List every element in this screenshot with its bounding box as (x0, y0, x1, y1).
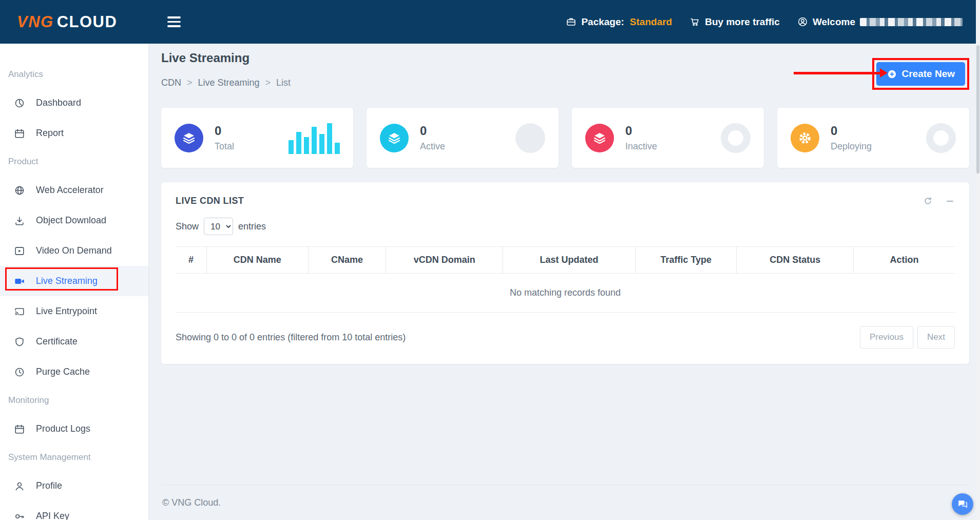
stat-label-deploying: Deploying (831, 141, 872, 152)
sidebar-item-label: Video On Demand (36, 245, 112, 256)
footer: © VNG Cloud. (161, 485, 969, 520)
sidebar-item-label: Web Accelerator (36, 185, 104, 196)
video-camera-icon (14, 276, 25, 287)
scrollbar-thumb[interactable] (976, 45, 979, 174)
video-play-icon (14, 245, 25, 257)
sidebar-item-live-entrypoint[interactable]: Live Entrypoint (0, 296, 148, 326)
top-navbar: VNGCLOUD Package: Standard Buy more traf… (0, 0, 980, 44)
pie-chart-icon (14, 98, 25, 109)
copyright-text: © VNG Cloud. (162, 497, 221, 508)
sidebar-item-certificate[interactable]: Certificate (0, 326, 148, 357)
welcome-label: Welcome (813, 16, 855, 28)
main-content: Live Streaming CDN > Live Streaming > Li… (148, 0, 980, 520)
sidebar-item-web-accelerator[interactable]: Web Accelerator (0, 175, 148, 205)
placeholder-ring (721, 123, 751, 153)
next-page-button[interactable]: Next (917, 326, 955, 349)
refresh-icon[interactable] (923, 196, 933, 206)
sidebar-item-video-on-demand[interactable]: Video On Demand (0, 236, 148, 266)
previous-page-button[interactable]: Previous (860, 326, 913, 349)
sidebar-item-label: API Key (36, 511, 69, 520)
sidebar-item-label: Report (36, 128, 64, 139)
breadcrumb-separator: > (187, 78, 193, 88)
annotation-arrow (794, 72, 880, 74)
column-header-cname[interactable]: CName (308, 247, 386, 274)
stat-card-total: 0 Total (161, 108, 353, 168)
breadcrumb: CDN > Live Streaming > List (161, 78, 291, 88)
list-title: LIVE CDN LIST (176, 196, 244, 206)
breadcrumb-cdn[interactable]: CDN (161, 78, 181, 88)
pagination: Previous Next (860, 326, 955, 349)
layers-icon (175, 124, 203, 152)
create-new-label: Create New (902, 68, 955, 80)
sidebar-item-label: Live Streaming (36, 276, 98, 286)
stat-value-active: 0 (420, 124, 445, 138)
chat-icon (957, 498, 968, 510)
sidebar-section-system-management: System Management (0, 444, 148, 471)
live-cdn-list-card: LIVE CDN LIST Show 10 entries (161, 182, 969, 364)
sidebar-item-report[interactable]: Report (0, 118, 148, 148)
browser-scrollbar[interactable] (976, 0, 980, 520)
sidebar-item-api-key[interactable]: API Key (0, 501, 148, 520)
user-icon (14, 480, 25, 492)
column-header-index[interactable]: # (176, 247, 207, 274)
entries-label: entries (238, 221, 266, 232)
page-size-select[interactable]: 10 (204, 218, 233, 235)
sidebar-item-purge-cache[interactable]: Purge Cache (0, 357, 148, 387)
sidebar-item-label: Live Entrypoint (36, 306, 97, 317)
sidebar-item-profile[interactable]: Profile (0, 471, 148, 501)
stat-card-deploying: 0 Deploying (777, 108, 969, 168)
sidebar-item-label: Object Download (36, 215, 106, 226)
sidebar-item-label: Purge Cache (36, 367, 90, 377)
stat-card-active: 0 Active (367, 108, 559, 168)
shield-icon (14, 336, 25, 348)
stat-label-inactive: Inactive (625, 141, 657, 152)
plus-circle-icon (887, 69, 897, 80)
buy-more-traffic-link[interactable]: Buy more traffic (689, 16, 780, 28)
sidebar-item-object-download[interactable]: Object Download (0, 205, 148, 236)
stat-value-inactive: 0 (625, 124, 657, 138)
user-menu[interactable]: Welcome (797, 16, 963, 28)
sidebar-item-label: Certificate (36, 336, 78, 347)
package-indicator: Package: Standard (566, 16, 672, 28)
history-icon (14, 367, 25, 378)
briefcase-icon (566, 16, 577, 27)
placeholder-ring (926, 123, 956, 153)
column-header-traffic-type[interactable]: Traffic Type (636, 247, 737, 274)
download-icon (14, 215, 25, 226)
create-new-button[interactable]: Create New (876, 62, 966, 86)
column-header-action[interactable]: Action (854, 247, 955, 274)
key-icon (14, 511, 25, 520)
page-header: Live Streaming CDN > Live Streaming > Li… (161, 44, 969, 88)
breadcrumb-current: List (276, 78, 291, 88)
sidebar-item-live-streaming[interactable]: Live Streaming (0, 266, 148, 296)
page-title: Live Streaming (161, 51, 291, 65)
cart-icon (689, 16, 700, 27)
collapse-icon[interactable] (945, 196, 955, 206)
chat-bubble-button[interactable] (952, 493, 973, 515)
stat-label-total: Total (215, 141, 234, 152)
placeholder-disc (515, 123, 545, 153)
stat-value-deploying: 0 (831, 124, 872, 138)
stat-cards-row: 0 Total 0 Active 0 Inactive (161, 108, 969, 168)
sidebar-item-dashboard[interactable]: Dashboard (0, 88, 148, 118)
column-header-vcdn-domain[interactable]: vCDN Domain (386, 247, 503, 274)
buy-more-traffic-label: Buy more traffic (705, 16, 780, 28)
sidebar-item-label: Profile (36, 480, 62, 491)
cast-icon (14, 306, 25, 317)
logo-vng: VNG (17, 13, 54, 31)
column-header-cdn-status[interactable]: CDN Status (737, 247, 854, 274)
layers-icon (585, 124, 614, 152)
sidebar-section-monitoring: Monitoring (0, 387, 148, 414)
cdn-table: # CDN Name CName vCDN Domain Last Update… (176, 246, 955, 313)
table-summary: Showing 0 to 0 of 0 entries (filtered fr… (176, 332, 406, 343)
sidebar-section-analytics: Analytics (0, 44, 148, 88)
sidebar-item-product-logs[interactable]: Product Logs (0, 414, 148, 444)
sidebar-item-label: Dashboard (36, 98, 81, 108)
create-new-wrapper: Create New (876, 62, 966, 86)
column-header-last-updated[interactable]: Last Updated (503, 247, 636, 274)
column-header-cdn-name[interactable]: CDN Name (207, 247, 308, 274)
table-header-row: # CDN Name CName vCDN Domain Last Update… (176, 247, 955, 274)
hamburger-menu-icon[interactable] (167, 16, 181, 27)
breadcrumb-live-streaming[interactable]: Live Streaming (198, 78, 260, 88)
show-label: Show (176, 221, 199, 232)
